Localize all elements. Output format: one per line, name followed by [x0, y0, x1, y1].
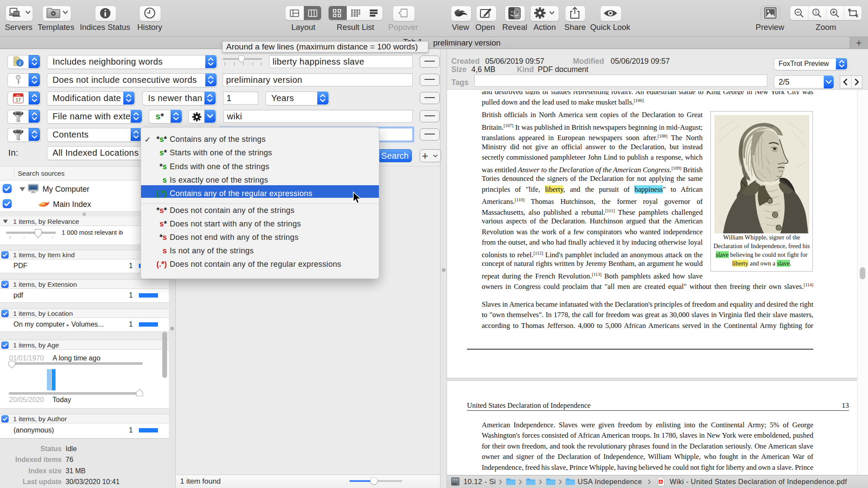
svg-text:1: 1 — [815, 10, 817, 15]
svg-text:A: A — [660, 480, 662, 484]
svg-text:17: 17 — [16, 97, 21, 102]
svg-text:JUL: JUL — [16, 94, 20, 97]
